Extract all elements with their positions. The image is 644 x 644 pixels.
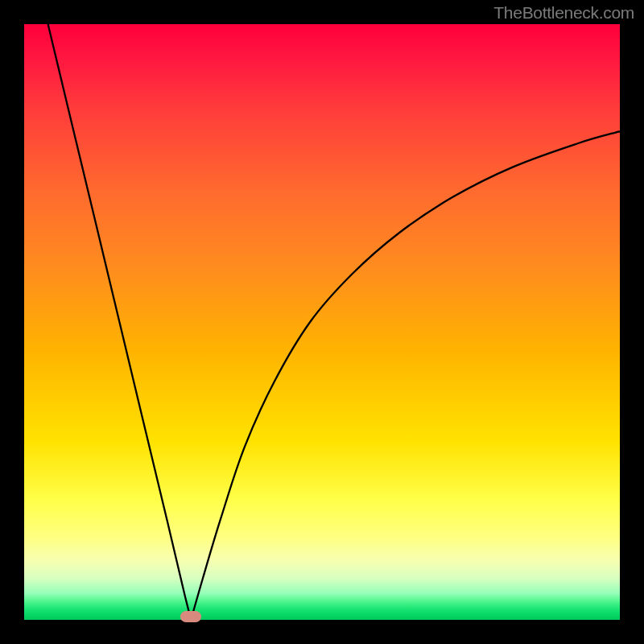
curve-svg [24,24,620,620]
curve-right-branch [191,131,620,620]
chart-frame: TheBottleneck.com [0,0,644,644]
watermark-text: TheBottleneck.com [493,3,634,23]
plot-area [24,24,620,620]
curve-left-branch [48,24,192,620]
minimum-marker [180,611,201,622]
